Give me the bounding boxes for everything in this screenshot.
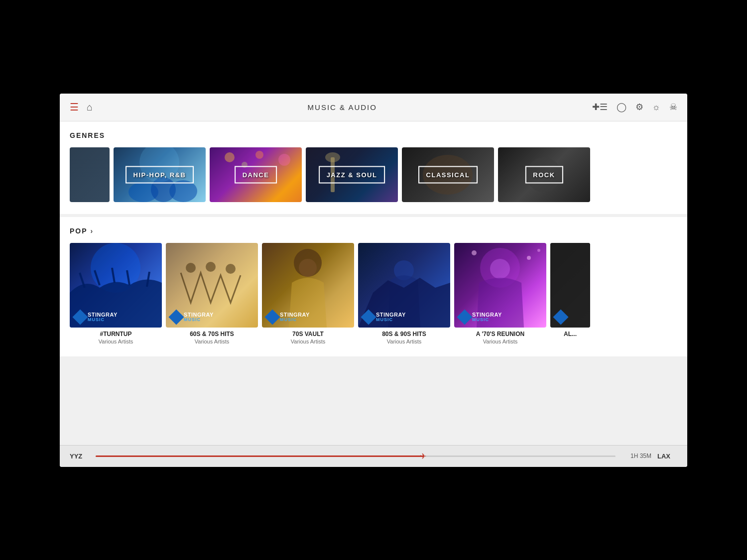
- album-card-70vault[interactable]: STINGRAY MUSIC 70S VAULT Various Artists: [262, 243, 354, 344]
- flight-progress-track: ✈: [96, 455, 616, 457]
- svg-point-4: [225, 152, 235, 162]
- genres-title: GENRES: [70, 131, 677, 139]
- stingray-sub-5: MUSIC: [472, 318, 502, 322]
- flight-plane-icon: ✈: [420, 451, 426, 461]
- settings-icon[interactable]: ⚙: [635, 102, 643, 112]
- album-card-partial-right[interactable]: AL...: [550, 243, 590, 337]
- pop-chevron[interactable]: ›: [91, 227, 93, 235]
- stingray-badge-70reunion: STINGRAY MUSIC: [459, 312, 502, 323]
- album-info-partial: AL...: [550, 328, 590, 337]
- album-title-70vault: 70S VAULT: [262, 331, 354, 337]
- stingray-name-3: STINGRAY: [280, 312, 310, 318]
- stingray-name-5: STINGRAY: [472, 312, 502, 318]
- album-artist-70reunion: Various Artists: [454, 338, 546, 344]
- album-thumb-70reunion: STINGRAY MUSIC: [454, 243, 546, 328]
- genre-card-classical[interactable]: CLASSICAL: [402, 147, 494, 202]
- stingray-name-4: STINGRAY: [376, 312, 406, 318]
- genre-label-jazz: JAZZ & SOUL: [319, 166, 385, 183]
- header: ☰ ⌂ MUSIC & AUDIO ✚☰ ◯ ⚙ ☼ ☠: [60, 94, 687, 121]
- genre-label-rock: ROCK: [525, 166, 563, 183]
- album-title-70reunion: A '70'S REUNION: [454, 331, 546, 337]
- stingray-badge-turntup: STINGRAY MUSIC: [75, 312, 118, 323]
- album-info-70reunion: A '70'S REUNION Various Artists: [454, 328, 546, 344]
- stingray-sub-3: MUSIC: [280, 318, 310, 322]
- svg-point-19: [206, 262, 216, 272]
- stingray-sub-2: MUSIC: [184, 318, 214, 322]
- genres-section: GENRES: [60, 121, 687, 214]
- album-card-turntup[interactable]: STINGRAY MUSIC #TURNTUP Various Artists: [70, 243, 162, 344]
- album-info-turntup: #TURNTUP Various Artists: [70, 328, 162, 344]
- menu-icon[interactable]: ☰: [70, 101, 79, 113]
- svg-point-20: [226, 264, 236, 274]
- stingray-name: STINGRAY: [88, 312, 118, 318]
- genre-label-dance: DANCE: [235, 166, 277, 183]
- album-title-turntup: #TURNTUP: [70, 331, 162, 337]
- album-thumb-70vault: STINGRAY MUSIC: [262, 243, 354, 328]
- album-info-8090: 80S & 90S HITS Various Artists: [358, 328, 450, 344]
- stingray-name-2: STINGRAY: [184, 312, 214, 318]
- flight-origin: YYZ: [70, 452, 90, 460]
- add-list-icon[interactable]: ✚☰: [592, 102, 608, 112]
- svg-point-27: [527, 256, 531, 260]
- album-artist-70vault: Various Artists: [262, 338, 354, 344]
- album-card-70reunion[interactable]: STINGRAY MUSIC A '70'S REUNION Various A…: [454, 243, 546, 344]
- svg-point-6: [278, 154, 290, 166]
- svg-point-2: [169, 180, 197, 202]
- flight-bar: YYZ ✈ 1H 35M LAX: [60, 445, 687, 467]
- album-title-8090: 80S & 90S HITS: [358, 331, 450, 337]
- pop-section: POP ›: [60, 217, 687, 356]
- genres-row: HIP-HOP, R&B DANCE: [70, 147, 677, 202]
- album-info-70vault: 70S VAULT Various Artists: [262, 328, 354, 344]
- header-left: ☰ ⌂: [70, 101, 93, 113]
- svg-point-25: [490, 259, 510, 279]
- page-title: MUSIC & AUDIO: [93, 103, 592, 112]
- stingray-badge-partial: [555, 312, 566, 323]
- stingray-badge-6070: STINGRAY MUSIC: [171, 312, 214, 323]
- album-card-8090[interactable]: STINGRAY MUSIC 80S & 90S HITS Various Ar…: [358, 243, 450, 344]
- genre-label-hiphop: HIP-HOP, R&B: [125, 166, 194, 183]
- svg-point-9: [325, 152, 340, 162]
- album-title-6070: 60S & 70S HITS: [166, 331, 258, 337]
- home-icon[interactable]: ⌂: [87, 102, 93, 113]
- pop-title[interactable]: POP: [70, 227, 88, 235]
- album-title-partial: AL...: [550, 331, 590, 337]
- genre-card-rock[interactable]: ROCK: [498, 147, 590, 202]
- album-info-6070: 60S & 70S HITS Various Artists: [166, 328, 258, 344]
- svg-point-5: [255, 151, 263, 159]
- profile-icon[interactable]: ☠: [669, 102, 677, 112]
- genre-card-dance[interactable]: DANCE: [210, 147, 302, 202]
- album-artist-8090: Various Artists: [358, 338, 450, 344]
- screen: ☰ ⌂ MUSIC & AUDIO ✚☰ ◯ ⚙ ☼ ☠ GENRES: [60, 94, 687, 467]
- genre-card-hiphop[interactable]: HIP-HOP, R&B: [114, 147, 206, 202]
- svg-point-18: [186, 263, 196, 273]
- flight-duration: 1H 35M: [622, 452, 651, 459]
- main-content: GENRES: [60, 121, 687, 445]
- album-thumb-partial: [550, 243, 590, 328]
- album-artist-turntup: Various Artists: [70, 338, 162, 344]
- svg-point-28: [537, 249, 540, 252]
- stingray-sub: MUSIC: [88, 318, 118, 322]
- flight-progress-fill: [96, 455, 423, 457]
- album-card-6070[interactable]: STINGRAY MUSIC 60S & 70S HITS Various Ar…: [166, 243, 258, 344]
- pop-row: STINGRAY MUSIC #TURNTUP Various Artists: [70, 243, 677, 344]
- pop-title-row: POP ›: [70, 227, 677, 235]
- genre-card-jazz[interactable]: JAZZ & SOUL: [306, 147, 398, 202]
- flight-destination: LAX: [657, 452, 677, 460]
- album-thumb-8090: STINGRAY MUSIC: [358, 243, 450, 328]
- stingray-badge-70vault: STINGRAY MUSIC: [267, 312, 310, 323]
- header-right: ✚☰ ◯ ⚙ ☼ ☠: [592, 102, 678, 112]
- svg-point-22: [299, 259, 317, 277]
- stingray-sub-4: MUSIC: [376, 318, 406, 322]
- album-artist-6070: Various Artists: [166, 338, 258, 344]
- message-icon[interactable]: ◯: [617, 102, 626, 112]
- genre-label-classical: CLASSICAL: [418, 166, 478, 183]
- album-thumb-6070: STINGRAY MUSIC: [166, 243, 258, 328]
- genre-card-partial-left[interactable]: [70, 147, 110, 202]
- svg-point-26: [472, 250, 477, 255]
- stingray-badge-8090: STINGRAY MUSIC: [363, 312, 406, 323]
- album-thumb-turntup: STINGRAY MUSIC: [70, 243, 162, 328]
- brightness-icon[interactable]: ☼: [652, 102, 661, 112]
